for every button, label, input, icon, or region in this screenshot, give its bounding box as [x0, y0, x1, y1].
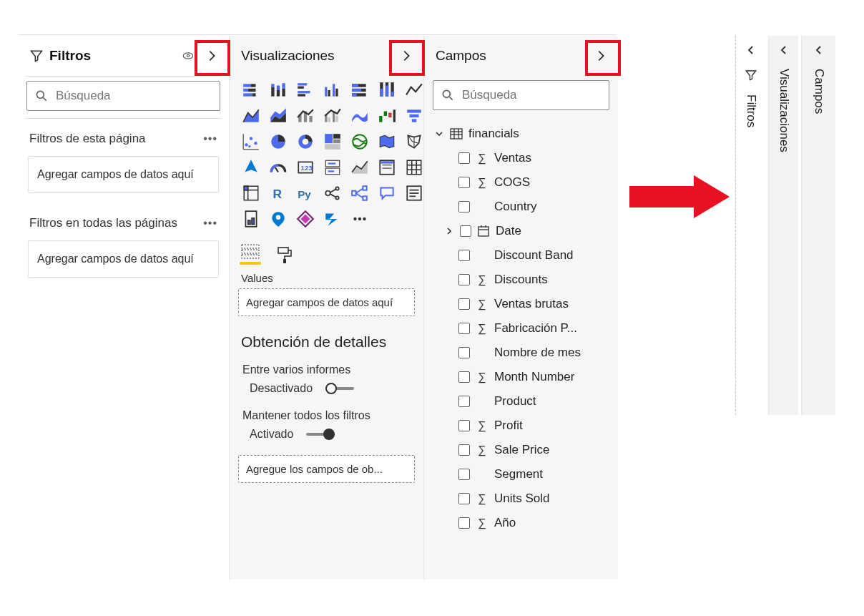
viz-line-clustered-column-icon[interactable]	[321, 104, 344, 127]
field-profit[interactable]: ∑Profit	[431, 414, 615, 438]
checkbox[interactable]	[460, 225, 471, 237]
viz-map-icon[interactable]	[348, 130, 371, 153]
viz-pie-icon[interactable]	[267, 130, 290, 153]
eye-icon[interactable]	[182, 49, 195, 62]
collapsed-fields-tab[interactable]: Campos	[801, 36, 835, 415]
viz-stacked-column-icon[interactable]	[267, 79, 290, 102]
chevron-left-icon[interactable]	[813, 44, 825, 56]
viz-ribbon-chart-icon[interactable]	[348, 104, 371, 127]
viz-azure-map-icon[interactable]	[240, 156, 262, 179]
checkbox[interactable]	[458, 177, 470, 188]
checkbox[interactable]	[458, 420, 470, 431]
tab-format[interactable]	[277, 246, 293, 265]
fields-search[interactable]	[433, 80, 609, 110]
viz-slicer-icon[interactable]	[375, 156, 398, 179]
viz-clustered-column-icon[interactable]	[321, 79, 344, 102]
viz-donut-icon[interactable]	[294, 130, 317, 153]
viz-stacked-bar-icon[interactable]	[240, 79, 262, 102]
field-nombre-de-mes[interactable]: Nombre de mes	[431, 341, 615, 365]
filters-title: Filtros	[49, 48, 91, 64]
field-date[interactable]: Date	[431, 219, 615, 243]
field-discount-band[interactable]: Discount Band	[431, 243, 615, 268]
viz-100-stacked-bar-icon[interactable]	[348, 79, 371, 102]
checkbox[interactable]	[458, 469, 470, 480]
viz-arcgis-icon[interactable]	[267, 207, 290, 230]
checkbox[interactable]	[458, 298, 470, 310]
filters-collapse-button[interactable]	[202, 46, 222, 66]
field-cogs[interactable]: ∑COGS	[431, 170, 615, 195]
ellipsis-icon[interactable]: •••	[203, 132, 217, 145]
viz-line-chart-icon[interactable]	[403, 79, 426, 102]
viz-powerapps-icon[interactable]	[294, 207, 317, 230]
chevron-left-icon[interactable]	[745, 44, 757, 56]
filters-search-input[interactable]	[54, 88, 212, 104]
checkbox[interactable]	[458, 201, 470, 212]
checkbox[interactable]	[458, 152, 470, 164]
collapsed-viz-tab[interactable]: Visualizaciones	[768, 36, 798, 415]
visualization-gallery: 123 R Py	[230, 76, 423, 236]
viz-key-influencers-icon[interactable]	[321, 182, 344, 205]
checkbox[interactable]	[458, 371, 470, 383]
field-units-sold[interactable]: ∑Units Sold	[431, 487, 615, 511]
viz-line-stacked-column-icon[interactable]	[294, 104, 317, 127]
field-fabricaci-n-p-[interactable]: ∑Fabricación P...	[431, 316, 615, 341]
viz-treemap-icon[interactable]	[321, 130, 344, 153]
fields-search-input[interactable]	[461, 87, 602, 103]
page-filters-dropwell[interactable]: Agregar campos de datos aquí	[28, 156, 219, 193]
viz-stacked-area-icon[interactable]	[267, 104, 290, 127]
viz-gauge-icon[interactable]	[267, 156, 290, 179]
viz-more-icon[interactable]	[348, 207, 371, 230]
field-a-o[interactable]: ∑Año	[431, 511, 615, 535]
viz-r-visual-icon[interactable]: R	[267, 182, 290, 205]
field-discounts[interactable]: ∑Discounts	[431, 268, 615, 292]
field-country[interactable]: Country	[431, 195, 615, 219]
viz-collapse-button[interactable]	[396, 46, 416, 66]
checkbox[interactable]	[458, 396, 470, 407]
checkbox[interactable]	[458, 250, 470, 261]
checkbox[interactable]	[458, 323, 470, 334]
viz-python-visual-icon[interactable]: Py	[294, 182, 317, 205]
chevron-left-icon[interactable]	[778, 44, 790, 56]
viz-funnel-icon[interactable]	[403, 104, 426, 127]
drillthrough-dropwell[interactable]: Agregue los campos de ob...	[238, 455, 415, 483]
collapsed-filters-tab[interactable]: Filtros	[735, 36, 765, 415]
field-ventas[interactable]: ∑Ventas	[431, 146, 615, 170]
svg-line-90	[330, 194, 336, 197]
table-node-financials[interactable]: financials	[431, 122, 615, 146]
field-ventas-brutas[interactable]: ∑Ventas brutas	[431, 292, 615, 316]
tab-fields[interactable]	[240, 243, 261, 265]
viz-decomposition-tree-icon[interactable]	[348, 182, 371, 205]
viz-power-automate-icon[interactable]	[321, 207, 344, 230]
viz-100-stacked-column-icon[interactable]	[375, 79, 398, 102]
field-month-number[interactable]: ∑Month Number	[431, 365, 615, 389]
ellipsis-icon[interactable]: •••	[203, 217, 217, 230]
viz-paginated-report-icon[interactable]	[240, 207, 262, 230]
checkbox[interactable]	[458, 274, 470, 285]
viz-area-chart-icon[interactable]	[240, 104, 262, 127]
cross-report-toggle[interactable]	[325, 383, 357, 394]
field-product[interactable]: Product	[431, 389, 615, 414]
viz-multi-row-card-icon[interactable]	[321, 156, 344, 179]
viz-clustered-bar-icon[interactable]	[294, 79, 317, 102]
viz-qna-icon[interactable]	[375, 182, 398, 205]
viz-kpi-icon[interactable]	[348, 156, 371, 179]
checkbox[interactable]	[458, 347, 470, 358]
checkbox[interactable]	[458, 517, 470, 529]
field-sale-price[interactable]: ∑Sale Price	[431, 438, 615, 462]
viz-smart-narrative-icon[interactable]	[403, 182, 426, 205]
viz-filled-map-icon[interactable]	[375, 130, 398, 153]
viz-waterfall-icon[interactable]	[375, 104, 398, 127]
field-segment[interactable]: Segment	[431, 462, 615, 487]
viz-card-icon[interactable]: 123	[294, 156, 317, 179]
checkbox[interactable]	[458, 493, 470, 504]
all-pages-filters-dropwell[interactable]: Agregar campos de datos aquí	[28, 240, 219, 278]
viz-table-icon[interactable]	[403, 156, 426, 179]
viz-scatter-icon[interactable]	[240, 130, 262, 153]
values-dropwell[interactable]: Agregar campos de datos aquí	[238, 288, 415, 316]
viz-shape-map-icon[interactable]	[403, 130, 426, 153]
checkbox[interactable]	[458, 444, 470, 456]
filters-search[interactable]	[26, 81, 220, 111]
fields-collapse-button[interactable]	[591, 46, 611, 66]
keep-all-filters-toggle[interactable]	[306, 429, 338, 440]
viz-matrix-icon[interactable]	[240, 182, 262, 205]
